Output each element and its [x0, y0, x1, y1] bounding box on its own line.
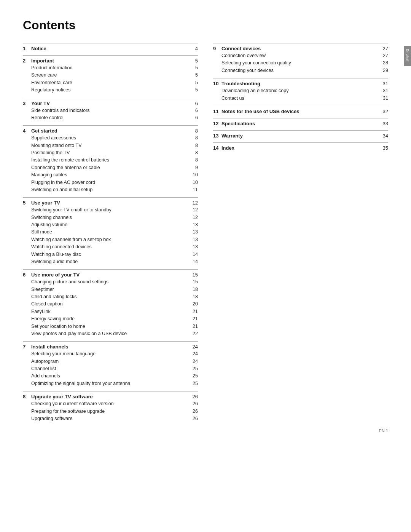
toc-section-header: 9Connect devices27	[213, 46, 388, 51]
toc-section: 1Notice4	[23, 43, 198, 51]
toc-sub-item: Channel list25	[23, 365, 198, 372]
toc-section-header: 1Notice4	[23, 46, 198, 51]
sub-item-title: Regulatory notices	[31, 86, 189, 94]
sub-item-page: 14	[189, 258, 198, 265]
sub-item-title: Adjusting volume	[31, 221, 189, 228]
section-number: 13	[213, 133, 220, 139]
sub-item-page: 20	[189, 300, 198, 308]
toc-sub-item: Upgrading software26	[23, 415, 198, 422]
toc-section: 6Use more of your TV15Changing picture a…	[23, 269, 198, 337]
section-title: Upgrade your TV software	[31, 394, 189, 399]
sub-item-title: Add channels	[31, 372, 189, 380]
sub-item-title: Preparing for the software upgrade	[31, 408, 189, 415]
sub-item-title: View photos and play music on a USB devi…	[31, 330, 189, 337]
sub-item-page: 6	[189, 114, 198, 121]
sub-item-title: Remote control	[31, 114, 189, 121]
sub-item-page: 5	[189, 86, 198, 94]
toc-sub-item: Autoprogram24	[23, 358, 198, 365]
sub-item-title: Connecting your devices	[221, 67, 379, 74]
toc-sub-item: View photos and play music on a USB devi…	[23, 330, 198, 337]
sub-item-page: 28	[379, 59, 388, 67]
section-title: Get started	[31, 128, 189, 134]
sub-item-page: 13	[189, 236, 198, 243]
sub-item-title: Connection overview	[221, 52, 379, 59]
toc-sub-item: Energy saving mode21	[23, 315, 198, 323]
section-page: 6	[189, 101, 198, 106]
section-title: Troubleshooting	[221, 81, 379, 86]
section-number: 9	[213, 46, 220, 51]
sub-item-page: 9	[189, 164, 198, 171]
section-title: Your TV	[31, 101, 189, 106]
toc-section: 2Important5Product information5Screen ca…	[23, 55, 198, 94]
sub-item-title: Downloading an electronic copy	[221, 87, 379, 94]
sub-item-title: Supplied accessories	[31, 134, 189, 142]
sub-item-title: Changing picture and sound settings	[31, 278, 189, 286]
toc-sub-item: Plugging in the AC power cord10	[23, 179, 198, 186]
sub-item-title: Still mode	[31, 228, 189, 236]
toc-sub-item: Closed caption20	[23, 300, 198, 308]
toc-sub-item: Set your location to home21	[23, 323, 198, 330]
toc-layout: 1Notice42Important5Product information5S…	[23, 43, 388, 426]
section-title: Notice	[31, 46, 189, 51]
toc-section-header: 7Install channels24	[23, 344, 198, 350]
toc-section-header: 13Warranty34	[213, 133, 388, 139]
section-title: Index	[221, 145, 379, 151]
toc-sub-item: Product information5	[23, 64, 198, 72]
section-page: 27	[379, 46, 388, 51]
section-title: Warranty	[221, 133, 379, 139]
sub-item-title: Selecting your connection quality	[221, 59, 379, 67]
toc-sub-item: Downloading an electronic copy31	[213, 87, 388, 94]
sub-item-title: Managing cables	[31, 171, 189, 179]
footer: EN 1	[379, 428, 388, 433]
sub-item-title: Product information	[31, 64, 189, 72]
toc-section-header: 14Index35	[213, 145, 388, 151]
toc-section: 13Warranty34	[213, 130, 388, 139]
sub-item-page: 26	[189, 400, 198, 407]
sub-item-title: EasyLink	[31, 308, 189, 315]
toc-left-column: 1Notice42Important5Product information5S…	[23, 43, 198, 426]
toc-sub-item: Contact us31	[213, 95, 388, 102]
toc-section: 3Your TV6Side controls and indicators6Re…	[23, 98, 198, 122]
toc-section-header: 2Important5	[23, 58, 198, 64]
sub-item-page: 25	[189, 380, 198, 387]
toc-sub-item: Managing cables10	[23, 171, 198, 179]
language-tab: English	[404, 46, 411, 66]
sub-item-page: 12	[189, 206, 198, 214]
section-title: Important	[31, 58, 189, 64]
sub-item-page: 24	[189, 358, 198, 365]
toc-sub-item: Add channels25	[23, 372, 198, 380]
toc-sub-item: Optimizing the signal quality from your …	[23, 380, 198, 387]
section-number: 1	[23, 46, 30, 51]
sub-item-title: Child and rating locks	[31, 293, 189, 300]
sub-item-page: 25	[189, 372, 198, 380]
sub-item-title: Switching channels	[31, 214, 189, 221]
sub-item-title: Connecting the antenna or cable	[31, 164, 189, 171]
sub-item-title: Checking your current software version	[31, 400, 189, 407]
toc-section-header: 11Notes for the use of USB devices32	[213, 109, 388, 114]
sub-item-page: 13	[189, 221, 198, 228]
page-title: Contents	[23, 18, 388, 32]
sub-item-title: Autoprogram	[31, 358, 189, 365]
section-number: 3	[23, 101, 30, 106]
toc-sub-item: Switching your TV on/off or to standby12	[23, 206, 198, 214]
sub-item-title: Positioning the TV	[31, 149, 189, 157]
sub-item-title: Optimizing the signal quality from your …	[31, 380, 189, 387]
sub-item-page: 6	[189, 107, 198, 114]
sub-item-page: 5	[189, 79, 198, 86]
sub-item-page: 21	[189, 323, 198, 330]
toc-sub-item: Screen care5	[23, 72, 198, 79]
sub-item-page: 15	[189, 278, 198, 286]
sub-item-title: Environmental care	[31, 79, 189, 86]
toc-sub-item: Adjusting volume13	[23, 221, 198, 228]
section-title: Specifications	[221, 121, 379, 126]
sub-item-page: 10	[189, 179, 198, 186]
toc-sub-item: Watching a Blu-ray disc14	[23, 251, 198, 258]
toc-sub-item: Selecting your menu language24	[23, 350, 198, 358]
section-number: 12	[213, 121, 220, 126]
section-number: 6	[23, 272, 30, 278]
toc-sub-item: Remote control6	[23, 114, 198, 121]
sub-item-title: Watching connected devices	[31, 243, 189, 251]
sub-item-page: 8	[189, 149, 198, 157]
sub-item-title: Screen care	[31, 72, 189, 79]
toc-sub-item: Watching channels from a set-top box13	[23, 236, 198, 243]
